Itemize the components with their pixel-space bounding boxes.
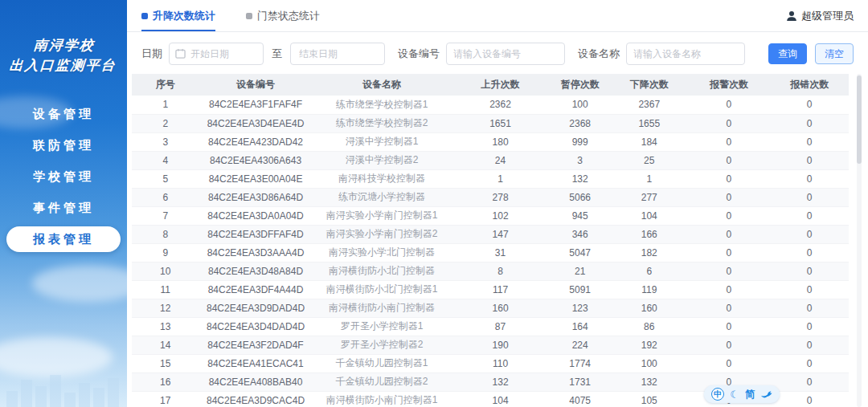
cell-rise-count: 102: [452, 206, 550, 225]
cell-pause-count: 100: [549, 96, 611, 114]
tab-1[interactable]: 门禁状态统计: [246, 0, 320, 31]
device-id-input[interactable]: [446, 43, 565, 65]
cell-rise-count: 2362: [452, 96, 550, 114]
end-date-input[interactable]: [290, 43, 385, 65]
clear-button[interactable]: 清空: [815, 43, 854, 64]
date-label: 日期: [141, 47, 162, 61]
sidebar-item-4[interactable]: 报表管理: [6, 226, 121, 252]
ime-language-icon[interactable]: 中: [711, 388, 724, 401]
cell-device-id: 84C2E4EA3DFFAF4D: [199, 225, 313, 243]
sidebar-item-0[interactable]: 设备管理: [6, 101, 121, 127]
sidebar-item-2[interactable]: 学校管理: [6, 164, 121, 189]
cell-device-name: 练市绕堡学校控制器2: [312, 114, 451, 132]
scrollbar-thumb[interactable]: [857, 75, 862, 164]
cell-error-count: 0: [770, 299, 849, 317]
user-menu[interactable]: 超级管理员: [786, 0, 854, 31]
top-bar: 升降次数统计门禁状态统计 超级管理员: [127, 0, 868, 32]
cell-rise-count: 147: [452, 225, 550, 243]
cell-device-name: 南浔横街防小北门控制器1: [312, 280, 451, 299]
table-row[interactable]: 884C2E4EA3DFFAF4D南浔实验小学南门控制器214734616600: [132, 225, 849, 243]
cell-index: 9: [132, 243, 199, 262]
table-row[interactable]: 184C2E4EA3F1FAF4F练市绕堡学校控制器12362100236700: [132, 96, 849, 114]
table-row[interactable]: 1584C2E4EA41ECAC41千金镇幼儿园控制器1110177410000: [132, 354, 849, 372]
table-row[interactable]: 984C2E4EA3D3AAA4D南浔实验小学北门控制器31504718200: [132, 243, 849, 262]
cell-index: 12: [132, 299, 199, 317]
search-button[interactable]: 查询: [768, 43, 807, 64]
moon-icon[interactable]: ☾: [730, 389, 739, 400]
table-scrollbar[interactable]: [857, 74, 862, 407]
cell-device-id: 84C2E4EA3D3AAA4D: [199, 243, 313, 262]
cell-device-name: 南浔实验小学北门控制器: [312, 243, 451, 262]
filter-bar: 日期 至 设备编号 设备名称 查询 清空: [127, 32, 868, 74]
cell-device-id: 84C2E4EA3DA0A04D: [199, 206, 313, 225]
ime-toolbar[interactable]: 中 ☾ 简: [704, 385, 780, 403]
table-row[interactable]: 784C2E4EA3DA0A04D南浔实验小学南门控制器110294510400: [132, 206, 849, 225]
sidebar-item-3[interactable]: 事件管理: [6, 195, 121, 221]
cloud-decoration: [32, 265, 127, 302]
cell-fall-count: 86: [611, 317, 688, 336]
device-name-input[interactable]: [626, 43, 745, 65]
cell-device-id: 84C2E4EA3D9CAC4D: [199, 391, 313, 407]
cell-alarm-count: 0: [688, 206, 771, 225]
cell-device-name: 浔溪中学控制器1: [312, 132, 451, 151]
tab-0[interactable]: 升降次数统计: [141, 0, 215, 31]
cell-rise-count: 110: [452, 354, 550, 372]
tab-label: 门禁状态统计: [257, 9, 320, 23]
cell-index: 13: [132, 317, 199, 336]
cell-index: 7: [132, 206, 199, 225]
dove-icon[interactable]: [760, 389, 772, 400]
table-row[interactable]: 684C2E4EA3D86A64D练市沉塘小学控制器278506627700: [132, 188, 849, 206]
cell-rise-count: 180: [452, 132, 550, 151]
cell-pause-count: 1731: [549, 372, 611, 391]
sidebar-item-1[interactable]: 联防管理: [6, 132, 121, 158]
cell-fall-count: 277: [611, 188, 688, 206]
skyline-decoration: [0, 370, 127, 407]
table-row[interactable]: 1284C2E4EA3D9DAD4D南浔横街防小南门控制器16012316000: [132, 299, 849, 317]
cell-alarm-count: 0: [688, 114, 771, 132]
cell-alarm-count: 0: [688, 299, 771, 317]
cell-pause-count: 346: [549, 225, 611, 243]
cell-alarm-count: 0: [688, 151, 771, 169]
cell-pause-count: 5047: [549, 243, 611, 262]
device-id-label: 设备编号: [398, 47, 440, 61]
cell-error-count: 0: [770, 262, 849, 280]
table-row[interactable]: 1384C2E4EA3D4DAD4D罗开圣小学控制器1871648600: [132, 317, 849, 336]
cell-error-count: 0: [770, 354, 849, 372]
cell-rise-count: 87: [452, 317, 550, 336]
table-row[interactable]: 284C2E4EA3D4EAE4D练市绕堡学校控制器21651236816550…: [132, 114, 849, 132]
cell-fall-count: 25: [611, 151, 688, 169]
cell-error-count: 0: [770, 280, 849, 299]
table-row[interactable]: 1184C2E4EA3DF4A44D南浔横街防小北门控制器11175091119…: [132, 280, 849, 299]
cell-pause-count: 1774: [549, 354, 611, 372]
cell-alarm-count: 0: [688, 317, 771, 336]
cell-device-id: 84C2E4EA3F2DAD4F: [199, 336, 313, 354]
cell-device-id: 84C2E4EA3D4EAE4D: [199, 114, 313, 132]
table-row[interactable]: 584C2E4EA3E00A04E南浔科技学校控制器1132100: [132, 169, 849, 188]
cell-rise-count: 1: [452, 169, 550, 188]
table-row[interactable]: 384C2E4EA423DAD42浔溪中学控制器118099918400: [132, 132, 849, 151]
cell-pause-count: 945: [549, 206, 611, 225]
cell-device-id: 84C2E4EA408BAB40: [199, 372, 313, 391]
cell-device-id: 84C2E4EA4306A643: [199, 151, 313, 169]
cell-alarm-count: 0: [688, 169, 771, 188]
cell-device-id: 84C2E4EA423DAD42: [199, 132, 313, 151]
cell-error-count: 0: [770, 169, 849, 188]
cell-fall-count: 6: [611, 262, 688, 280]
table-body: 184C2E4EA3F1FAF4F练市绕堡学校控制器12362100236700…: [132, 96, 849, 407]
calendar-icon: [175, 48, 186, 59]
tab-bullet-icon: [246, 13, 252, 19]
start-date-wrap: [169, 43, 264, 65]
tab-label: 升降次数统计: [153, 9, 215, 23]
cell-index: 2: [132, 114, 199, 132]
cell-alarm-count: 0: [688, 188, 771, 206]
report-table: 序号设备编号设备名称上升次数暂停次数下降次数报警次数报错次数 184C2E4EA…: [132, 74, 849, 407]
table-row[interactable]: 1084C2E4EA3D48A84D南浔横街防小北门控制器821600: [132, 262, 849, 280]
app-title: 南浔学校 出入口监测平台: [0, 35, 127, 75]
table-row[interactable]: 1484C2E4EA3F2DAD4F罗开圣小学控制器219022419200: [132, 336, 849, 354]
table-row[interactable]: 484C2E4EA4306A643浔溪中学控制器22432500: [132, 151, 849, 169]
column-header: 报错次数: [770, 74, 849, 96]
date-range-separator: 至: [270, 47, 284, 61]
ime-simplified-toggle[interactable]: 简: [745, 388, 755, 401]
cell-device-id: 84C2E4EA41ECAC41: [199, 354, 313, 372]
cell-fall-count: 105: [611, 391, 688, 407]
